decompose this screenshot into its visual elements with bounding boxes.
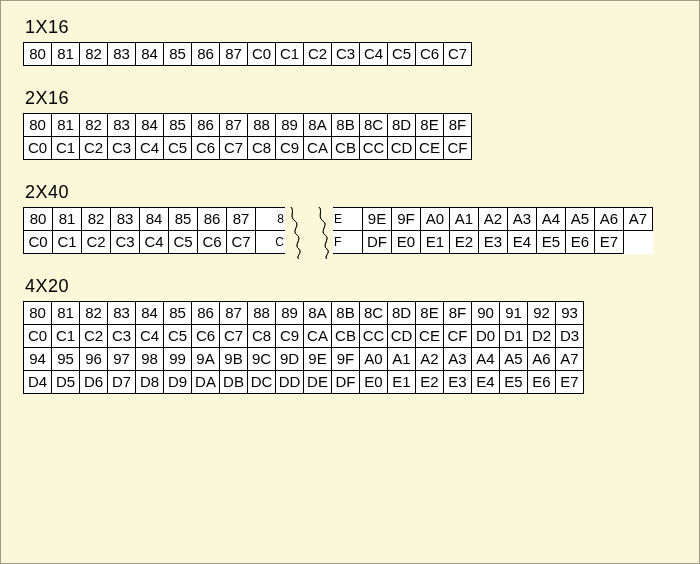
address-cell: C6 — [198, 231, 227, 254]
address-cell: 84 — [136, 302, 164, 325]
address-cell: CA — [304, 137, 332, 160]
address-cell: 8D — [388, 302, 416, 325]
address-cell: 8A — [304, 302, 332, 325]
address-cell: CF — [444, 325, 472, 348]
address-cell: C6 — [192, 325, 220, 348]
table-row: C0C1C2C3C4C5C6C7C8C9CACBCCCDCECFD0D1D2D3 — [24, 325, 584, 348]
address-cell: CC — [360, 325, 388, 348]
address-cell: E3 — [444, 371, 472, 394]
address-cell: C5 — [169, 231, 198, 254]
address-table: 80818283848586878C0C1C2C3C4C5C6C7C — [23, 207, 287, 254]
address-cell: C0 — [248, 43, 276, 66]
address-cell: 81 — [52, 114, 80, 137]
address-cell: D9 — [164, 371, 192, 394]
address-cell: 9D — [276, 348, 304, 371]
layout-block: 2X16808182838485868788898A8B8C8D8E8FC0C1… — [23, 88, 681, 160]
address-cell: D2 — [528, 325, 556, 348]
address-cell: A7 — [624, 208, 653, 231]
address-cell: 84 — [136, 114, 164, 137]
address-cell: 88 — [248, 302, 276, 325]
address-cell: C4 — [136, 325, 164, 348]
address-cell: CE — [416, 325, 444, 348]
table-row: 808182838485868788898A8B8C8D8E8F90919293 — [24, 302, 584, 325]
address-cell: E1 — [421, 231, 450, 254]
address-cell: D3 — [556, 325, 584, 348]
address-cell: C2 — [80, 325, 108, 348]
address-cell: 8B — [332, 114, 360, 137]
address-cell: 80 — [24, 114, 52, 137]
address-cell: E0 — [392, 231, 421, 254]
address-cell: E5 — [537, 231, 566, 254]
table-row: 808182838485868788898A8B8C8D8E8F — [24, 114, 472, 137]
address-cell: C1 — [52, 325, 80, 348]
address-cell: 82 — [80, 302, 108, 325]
address-cell: 94 — [24, 348, 52, 371]
address-cell: CD — [388, 325, 416, 348]
address-cell: DE — [304, 371, 332, 394]
address-cell: E7 — [595, 231, 624, 254]
address-cell: C1 — [53, 231, 82, 254]
address-cell: DC — [248, 371, 276, 394]
address-cell: C4 — [136, 137, 164, 160]
address-cell: 87 — [227, 208, 256, 231]
address-cell: 99 — [164, 348, 192, 371]
address-cell: C7 — [444, 43, 472, 66]
address-cell: 9F — [332, 348, 360, 371]
address-cell: C5 — [388, 43, 416, 66]
address-cell: 8B — [332, 302, 360, 325]
address-cell: CD — [388, 137, 416, 160]
address-cell: D7 — [108, 371, 136, 394]
address-cell: A7 — [556, 348, 584, 371]
block-title: 1X16 — [25, 17, 681, 38]
address-cell: 86 — [198, 208, 227, 231]
address-cell: 8E — [416, 114, 444, 137]
address-cell: 9B — [220, 348, 248, 371]
address-cell: 82 — [80, 43, 108, 66]
table-row: C0C1C2C3C4C5C6C7C — [24, 231, 287, 254]
address-cell: 91 — [500, 302, 528, 325]
address-cell: 97 — [108, 348, 136, 371]
address-cell: A6 — [528, 348, 556, 371]
address-cell: 9F — [392, 208, 421, 231]
address-cell: A5 — [566, 208, 595, 231]
address-cell: 80 — [24, 302, 52, 325]
address-cell: E4 — [472, 371, 500, 394]
address-cell: 8D — [388, 114, 416, 137]
address-cell: D0 — [472, 325, 500, 348]
address-cell: 84 — [140, 208, 169, 231]
address-cell: A4 — [537, 208, 566, 231]
address-cell: 82 — [82, 208, 111, 231]
address-cell: DA — [192, 371, 220, 394]
address-cell: 80 — [24, 43, 52, 66]
address-cell: C1 — [276, 43, 304, 66]
address-cell: 98 — [136, 348, 164, 371]
address-cell: 8 — [256, 208, 287, 231]
table-row: E9E9FA0A1A2A3A4A5A6A7 — [332, 208, 653, 231]
address-cell: E2 — [450, 231, 479, 254]
address-table: 808182838485868788898A8B8C8D8E8FC0C1C2C3… — [23, 113, 472, 160]
address-cell: 82 — [80, 114, 108, 137]
address-cell: E7 — [556, 371, 584, 394]
address-cell: C3 — [108, 325, 136, 348]
address-cell: C0 — [24, 231, 53, 254]
address-cell: 81 — [53, 208, 82, 231]
address-cell: 8F — [444, 302, 472, 325]
layout-block: 2X4080818283848586878C0C1C2C3C4C5C6C7CE9… — [23, 182, 681, 254]
address-cell: CB — [332, 137, 360, 160]
address-cell: 93 — [556, 302, 584, 325]
address-cell: 86 — [192, 43, 220, 66]
address-cell: 87 — [220, 114, 248, 137]
address-cell: CC — [360, 137, 388, 160]
address-cell: 83 — [111, 208, 140, 231]
address-cell: D4 — [24, 371, 52, 394]
address-cell: E — [332, 208, 363, 231]
address-cell: C3 — [111, 231, 140, 254]
address-cell: 87 — [220, 43, 248, 66]
address-table: 8081828384858687C0C1C2C3C4C5C6C7 — [23, 42, 472, 66]
address-cell: CF — [444, 137, 472, 160]
address-cell: CB — [332, 325, 360, 348]
address-cell: A5 — [500, 348, 528, 371]
address-cell: A2 — [479, 208, 508, 231]
address-cell: 83 — [108, 43, 136, 66]
address-cell: DB — [220, 371, 248, 394]
